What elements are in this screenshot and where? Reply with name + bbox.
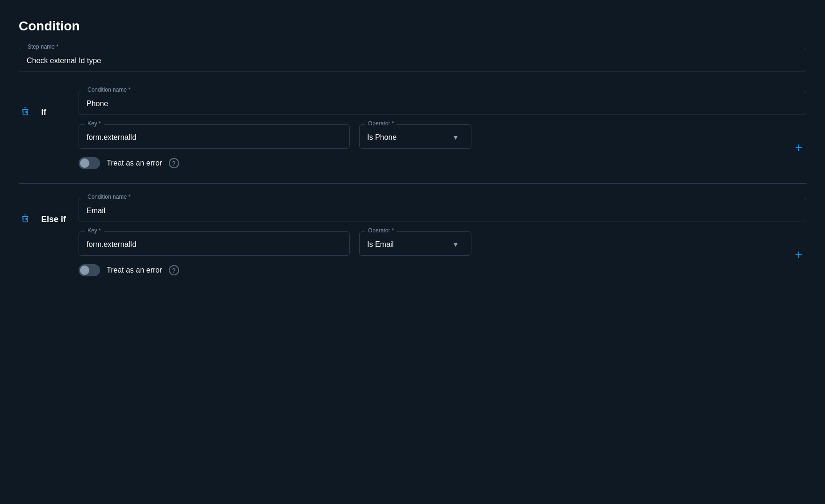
condition-name-row-1: Condition name * <box>79 91 806 115</box>
treat-error-slider-2 <box>79 264 100 276</box>
if-label-2: Else if <box>41 198 69 224</box>
key-operator-add-row-1: Key * Operator * Is Phone Is Email Is UR… <box>79 124 806 157</box>
key-label-2: Key * <box>85 227 104 234</box>
operator-field-1: Operator * Is Phone Is Email Is URL Is N… <box>359 124 471 149</box>
condition-name-label-2: Condition name * <box>85 194 133 200</box>
condition-fields-2: Condition name * Key * Operator * <box>79 198 806 281</box>
key-input-1[interactable] <box>87 133 342 142</box>
treat-error-toggle-1[interactable] <box>79 157 100 169</box>
treat-error-slider-1 <box>79 157 100 169</box>
add-condition-button-1[interactable]: + <box>791 138 806 157</box>
help-icon-1[interactable]: ? <box>169 158 179 168</box>
operator-select-wrapper-1: Is Phone Is Email Is URL Is Number Is St… <box>367 133 463 142</box>
operator-field-2: Operator * Is Phone Is Email Is URL Is N… <box>359 231 471 256</box>
svg-rect-9 <box>24 218 25 220</box>
operator-select-2[interactable]: Is Phone Is Email Is URL Is Number Is St… <box>367 240 463 248</box>
step-name-input[interactable] <box>27 57 798 65</box>
delete-button-1[interactable] <box>19 105 32 120</box>
if-label-1: If <box>41 91 69 117</box>
key-operator-fields-1: Key * Operator * Is Phone Is Email Is UR… <box>79 124 782 149</box>
key-input-2[interactable] <box>87 240 342 249</box>
treat-error-row-2: Treat as an error ? <box>79 264 806 276</box>
condition-fields-1: Condition name * Key * Operator * <box>79 91 806 174</box>
key-field-2: Key * <box>79 231 350 256</box>
treat-error-toggle-2[interactable] <box>79 264 100 276</box>
add-condition-button-2[interactable]: + <box>791 245 806 264</box>
condition-block-1: If Condition name * Key * <box>19 91 806 174</box>
condition-name-field-2: Condition name * <box>79 198 806 222</box>
step-name-field: Step name * <box>19 48 806 72</box>
condition-name-input-2[interactable] <box>87 207 798 215</box>
condition-blocks-container: If Condition name * Key * <box>19 91 806 281</box>
treat-error-row-1: Treat as an error ? <box>79 157 806 169</box>
operator-select-1[interactable]: Is Phone Is Email Is URL Is Number Is St… <box>367 133 463 141</box>
operator-label-1: Operator * <box>365 120 397 127</box>
condition-name-input-1[interactable] <box>87 100 798 108</box>
svg-rect-3 <box>26 111 27 113</box>
treat-error-label-1: Treat as an error <box>107 159 162 167</box>
key-operator-add-row-2: Key * Operator * Is Phone Is Email Is UR… <box>79 231 806 264</box>
condition-name-row-2: Condition name * <box>79 198 806 222</box>
block-1-actions <box>19 91 32 120</box>
page-title: Condition <box>19 19 806 34</box>
step-name-label: Step name * <box>25 43 61 50</box>
condition-name-field-1: Condition name * <box>79 91 806 115</box>
operator-label-2: Operator * <box>365 227 397 234</box>
svg-rect-8 <box>26 218 27 220</box>
operator-select-wrapper-2: Is Phone Is Email Is URL Is Number Is St… <box>367 240 463 249</box>
svg-rect-1 <box>24 108 27 108</box>
svg-rect-4 <box>24 111 25 113</box>
svg-rect-6 <box>24 215 27 216</box>
treat-error-label-2: Treat as an error <box>107 266 162 274</box>
condition-name-label-1: Condition name * <box>85 86 133 93</box>
block-divider <box>19 183 806 184</box>
key-operator-fields-2: Key * Operator * Is Phone Is Email Is UR… <box>79 231 782 256</box>
svg-rect-7 <box>25 218 26 220</box>
help-icon-2[interactable]: ? <box>169 265 179 275</box>
block-2-actions <box>19 198 32 227</box>
delete-button-2[interactable] <box>19 212 32 227</box>
condition-block-2: Else if Condition name * Key * <box>19 198 806 281</box>
svg-rect-2 <box>25 111 26 113</box>
key-label-1: Key * <box>85 120 104 127</box>
key-field-1: Key * <box>79 124 350 149</box>
